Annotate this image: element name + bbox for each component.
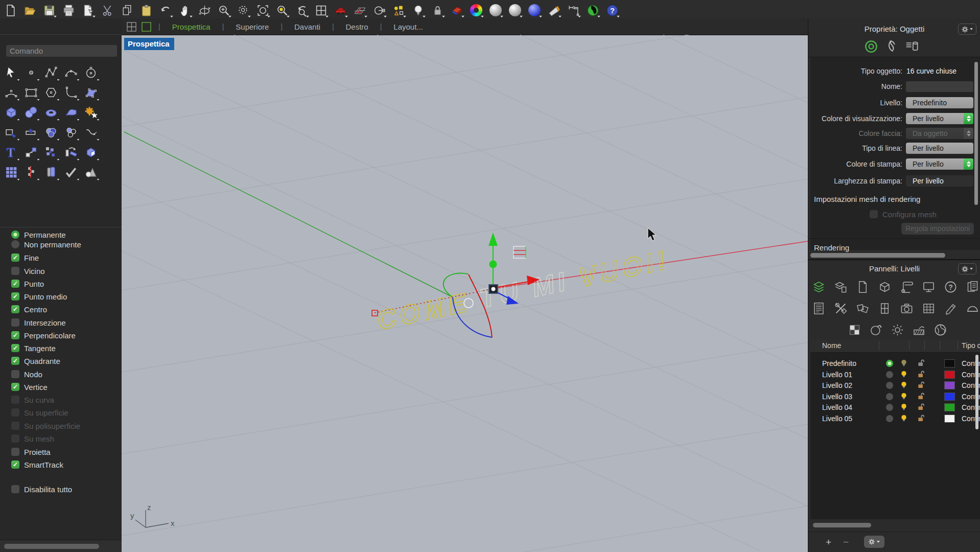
checkbox-disabled-icon[interactable] [11, 434, 19, 443]
checkbox-on-icon[interactable] [11, 305, 19, 313]
osnap-su-superficie[interactable]: Su superficie [11, 408, 68, 417]
sun-icon[interactable] [890, 322, 905, 337]
column-linetype[interactable]: Tipo di linea [962, 341, 980, 350]
osnap-disabilita-tutto[interactable]: Disabilita tutto [11, 485, 72, 494]
camera-icon[interactable] [899, 301, 914, 316]
shaded-view-icon[interactable] [486, 3, 505, 18]
text-object-tool[interactable]: T [2, 143, 20, 162]
array-tool[interactable] [42, 143, 60, 162]
color-stepper[interactable] [964, 128, 973, 139]
osnap-vicino[interactable]: Vicino [11, 266, 45, 275]
cut-icon[interactable] [98, 3, 116, 18]
layer-visibility-bulb-icon[interactable] [900, 359, 908, 367]
stickers-icon[interactable] [855, 301, 870, 316]
color-stepper[interactable] [964, 158, 973, 170]
viewport-tab-layout[interactable]: Layout... [383, 22, 434, 31]
tools-icon[interactable] [833, 301, 848, 316]
material-icon[interactable] [885, 39, 900, 54]
boolean-union-tool[interactable] [42, 123, 60, 142]
checkbox-off-icon[interactable] [11, 370, 19, 378]
circle-tool[interactable] [82, 63, 100, 82]
scroll-notes-icon[interactable] [899, 279, 914, 294]
current-layer-radio[interactable] [886, 404, 893, 411]
horizontal-scrollbar[interactable] [4, 544, 99, 549]
osnap-permanente[interactable]: Permanente [11, 230, 66, 239]
current-layer-radio[interactable] [886, 382, 893, 389]
plugin-star-tool[interactable] [82, 103, 100, 122]
checkbox-off-icon[interactable] [11, 485, 19, 493]
column-nome[interactable]: Nome [822, 341, 841, 350]
osnap-su-polisuperficie[interactable]: Su polisuperficie [11, 421, 80, 430]
save-icon[interactable] [40, 3, 58, 18]
remove-layer-button[interactable]: − [843, 537, 849, 548]
layer-visibility-bulb-icon[interactable] [900, 403, 908, 411]
cplane-set-icon[interactable] [370, 3, 388, 18]
layer-color-swatch[interactable] [944, 393, 955, 401]
osnap-punto[interactable]: Punto [11, 279, 44, 288]
field-value-button[interactable]: Per livello [906, 113, 973, 124]
osnap-centro[interactable]: Centro [11, 305, 47, 314]
checkbox-on-icon[interactable] [11, 461, 19, 469]
osnap-punto-medio[interactable]: Punto medio [11, 292, 67, 301]
layer-name[interactable]: Predefinito [822, 359, 856, 367]
osnap-fine[interactable]: Fine [11, 253, 39, 262]
fillet-curves-tool[interactable] [62, 83, 80, 102]
copy-icon[interactable] [118, 3, 136, 18]
sphere-sync-icon[interactable] [868, 322, 883, 337]
radio-off-icon[interactable] [11, 240, 19, 248]
window-panes-icon[interactable] [877, 301, 892, 316]
layer-color-swatch[interactable] [944, 359, 955, 367]
properties-h-scrollbar[interactable] [810, 253, 945, 258]
open-file-icon[interactable] [20, 3, 39, 18]
command-input[interactable]: Comando [6, 45, 117, 57]
field-value-button[interactable]: Per livello [906, 175, 973, 187]
osnap-proietta[interactable]: Proietta [11, 447, 51, 456]
ground-hatch-icon[interactable] [911, 322, 926, 337]
ribbon-icon[interactable] [943, 301, 958, 316]
layer-visibility-bulb-icon[interactable] [900, 392, 908, 400]
torus-tool[interactable] [42, 103, 60, 122]
gumball-origin-dot[interactable] [492, 287, 496, 291]
zoom-extents-icon[interactable] [253, 3, 272, 18]
color-wheel-icon[interactable] [467, 3, 485, 18]
layer-lock-icon[interactable] [917, 381, 925, 389]
blue-sphere-view-icon[interactable] [525, 3, 544, 18]
osnap-su-mesh[interactable]: Su mesh [11, 434, 54, 443]
layers-options-dropdown[interactable] [864, 536, 884, 548]
rendered-view-icon[interactable] [506, 3, 524, 18]
zoom-in-icon[interactable] [215, 3, 233, 18]
new-file-icon[interactable] [1, 3, 19, 18]
name-input[interactable] [906, 81, 973, 92]
surface-loft-tool[interactable] [62, 103, 80, 122]
osnap-nodo[interactable]: Nodo [11, 370, 42, 379]
zoom-window-icon[interactable] [234, 3, 252, 18]
dimension-icon[interactable] [564, 3, 582, 18]
layer-visibility-bulb-icon[interactable] [900, 414, 908, 422]
osnap-perpendicolare[interactable]: Perpendicolare [11, 331, 76, 340]
checkbox-on-icon[interactable] [11, 331, 19, 339]
layer-color-swatch[interactable] [944, 371, 955, 379]
zoom-selected-icon[interactable] [273, 3, 291, 18]
adjust-settings-button[interactable]: Regola impostazioni [901, 223, 974, 235]
perspective-viewport[interactable]: |Prospettica|Superiore|Davanti|Destro|La… [122, 18, 808, 552]
rotate-view-icon[interactable] [195, 3, 214, 18]
layer-name[interactable]: Livello 02 [822, 381, 852, 389]
cplane-grid-icon[interactable] [351, 3, 369, 18]
viewport-tab-davanti[interactable]: Davanti [284, 22, 331, 31]
layer-visibility-bulb-icon[interactable] [900, 381, 908, 389]
display-monitor-icon[interactable] [921, 279, 936, 294]
field-value-button[interactable]: Per livello [906, 143, 973, 154]
pan-hand-icon[interactable] [176, 3, 194, 18]
layer-color-swatch[interactable] [944, 415, 955, 423]
control-point-curve-tool[interactable] [42, 63, 60, 82]
checkbox-disabled-icon[interactable] [11, 408, 19, 417]
checkbox-on-icon[interactable] [11, 292, 19, 301]
point-tool[interactable] [22, 63, 40, 82]
layers-h-scrollbar[interactable] [813, 523, 871, 527]
checkbox-off-icon[interactable] [11, 318, 19, 327]
layer-row-livello-02[interactable]: Livello 02Continuo [810, 380, 980, 391]
checkbox-on-icon[interactable] [11, 357, 19, 365]
paste-icon[interactable] [137, 3, 155, 18]
undo-icon[interactable] [156, 3, 175, 18]
osnap-vertice[interactable]: Vertice [11, 382, 48, 392]
